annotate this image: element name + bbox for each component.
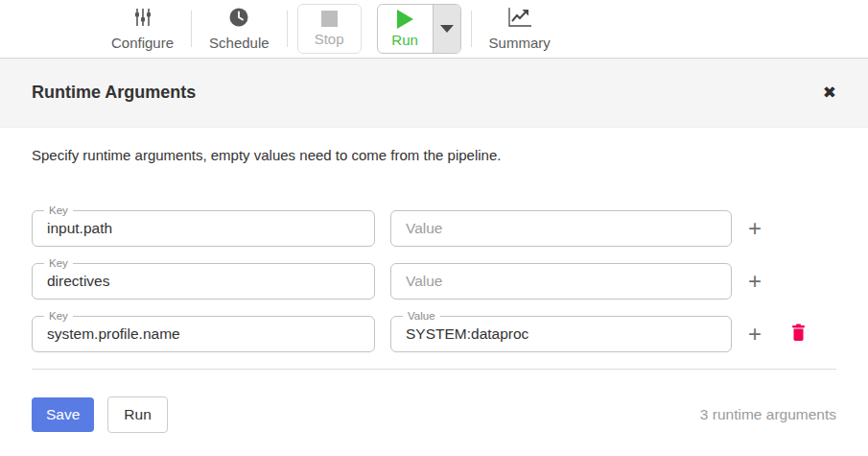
value-input[interactable] — [391, 211, 731, 246]
run-split-button: Run — [377, 4, 461, 54]
play-icon — [397, 10, 413, 29]
run-label: Run — [391, 32, 418, 48]
key-input[interactable] — [33, 264, 374, 299]
configure-sliders-icon — [132, 7, 153, 32]
key-input[interactable] — [33, 317, 374, 351]
value-input[interactable] — [391, 264, 731, 299]
page-title: Runtime Arguments — [32, 83, 196, 103]
value-field — [390, 263, 732, 300]
trash-icon — [791, 324, 806, 345]
chevron-down-icon — [440, 25, 454, 33]
close-icon[interactable]: ✖ — [823, 84, 836, 101]
footer-divider — [32, 369, 836, 370]
clock-icon — [228, 7, 249, 32]
toolbar-divider — [287, 11, 288, 47]
add-row-button[interactable]: + — [744, 270, 765, 293]
runtime-arg-row: Key + — [32, 210, 836, 247]
schedule-label: Schedule — [209, 35, 270, 51]
runtime-arg-row: Key Value + — [32, 316, 836, 352]
summary-label: Summary — [489, 35, 551, 51]
runtime-arguments-body: Specify runtime arguments, empty values … — [0, 128, 868, 433]
stop-square-icon — [321, 11, 338, 27]
key-field-label: Key — [44, 204, 73, 217]
runtime-args-list: Key + Key + Key V — [32, 210, 836, 352]
value-field-label: Value — [403, 309, 440, 323]
stop-label: Stop — [315, 31, 344, 47]
key-field-label: Key — [44, 309, 73, 323]
runtime-args-count: 3 runtime arguments — [700, 406, 836, 423]
configure-button[interactable]: Configure — [96, 7, 189, 51]
run-options-dropdown[interactable] — [433, 5, 460, 53]
schedule-button[interactable]: Schedule — [194, 7, 285, 51]
run-with-args-button[interactable]: Run — [107, 396, 167, 433]
toolbar-divider — [471, 11, 472, 47]
dialog-footer: Save Run 3 runtime arguments — [32, 396, 836, 433]
stop-button[interactable]: Stop — [297, 4, 362, 54]
delete-row-button[interactable] — [791, 324, 806, 345]
key-field: Key — [32, 316, 375, 352]
run-button[interactable]: Run — [378, 5, 433, 53]
toolbar-divider — [191, 11, 192, 47]
add-row-button[interactable]: + — [744, 323, 765, 346]
value-field — [390, 210, 732, 247]
configure-label: Configure — [111, 35, 174, 51]
key-field: Key — [32, 263, 375, 300]
trend-chart-icon — [507, 7, 532, 32]
runtime-arguments-header: Runtime Arguments ✖ — [0, 59, 868, 128]
key-input[interactable] — [33, 211, 374, 246]
key-field-label: Key — [44, 256, 73, 270]
add-row-button[interactable]: + — [744, 217, 765, 240]
runtime-arg-row: Key + — [32, 263, 836, 300]
summary-button[interactable]: Summary — [474, 7, 566, 51]
value-input[interactable] — [391, 317, 731, 351]
save-button[interactable]: Save — [32, 397, 94, 432]
pipeline-toolbar: Configure Schedule Stop Run — [0, 0, 868, 59]
value-field: Value — [390, 316, 732, 352]
key-field: Key — [32, 210, 375, 247]
description-text: Specify runtime arguments, empty values … — [32, 147, 836, 163]
